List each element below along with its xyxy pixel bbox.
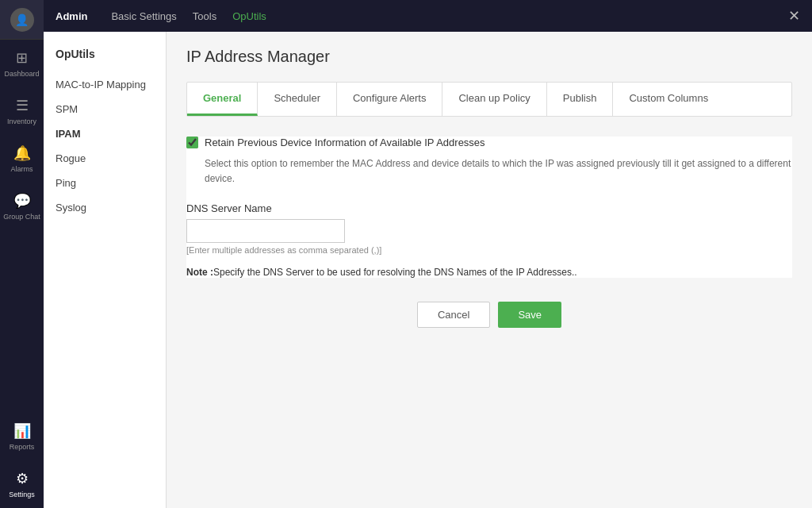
tab-scheduler[interactable]: Scheduler — [258, 83, 337, 116]
reports-icon: 📊 — [13, 422, 31, 440]
content-area: IP Address Manager General Scheduler Con… — [167, 32, 812, 508]
sec-sidebar-title: OpUtils — [44, 40, 166, 72]
sidebar-item-inventory[interactable]: ☰ Inventory — [0, 87, 44, 135]
secondary-sidebar: OpUtils MAC-to-IP Mapping SPM IPAM Rogue… — [44, 32, 167, 508]
retain-info-checkbox[interactable] — [186, 137, 198, 148]
retain-info-label: Retain Previous Device Information of Av… — [205, 137, 485, 148]
left-sidebar: 👤 ⊞ Dashboard ☰ Inventory 🔔 Alarms 💬 Gro… — [0, 0, 44, 508]
sidebar-item-settings[interactable]: ⚙ Settings — [0, 460, 44, 508]
page-title: IP Address Manager — [186, 48, 792, 66]
topbar-title: Admin — [56, 10, 87, 22]
sidebar-item-mac-to-ip[interactable]: MAC-to-IP Mapping — [44, 72, 166, 97]
avatar: 👤 — [0, 0, 44, 40]
tabs: General Scheduler Configure Alerts Clean… — [186, 82, 792, 117]
inventory-icon: ☰ — [16, 97, 29, 114]
sidebar-item-spm[interactable]: SPM — [44, 97, 166, 121]
button-row: Cancel Save — [186, 302, 792, 328]
close-icon[interactable]: ✕ — [788, 7, 800, 25]
dns-server-input[interactable] — [186, 219, 345, 243]
form-section: Retain Previous Device Information of Av… — [186, 137, 792, 278]
groupchat-label: Group Chat — [3, 213, 40, 221]
sidebar-item-rogue[interactable]: Rogue — [44, 146, 166, 171]
sidebar-item-groupchat[interactable]: 💬 Group Chat — [0, 183, 44, 230]
alarms-icon: 🔔 — [13, 144, 31, 162]
main-wrapper: OpUtils MAC-to-IP Mapping SPM IPAM Rogue… — [44, 32, 812, 508]
save-button[interactable]: Save — [498, 302, 561, 328]
inventory-label: Inventory — [7, 117, 36, 125]
settings-label: Settings — [9, 491, 35, 498]
topbar: Admin Basic Settings Tools OpUtils ✕ — [44, 0, 812, 32]
tab-configure-alerts[interactable]: Configure Alerts — [337, 83, 443, 116]
dns-note: Note :Specify the DNS Server to be used … — [186, 267, 792, 278]
topbar-nav-oputils[interactable]: OpUtils — [232, 10, 266, 22]
topbar-nav-tools[interactable]: Tools — [193, 10, 216, 22]
sidebar-item-alarms[interactable]: 🔔 Alarms — [0, 135, 44, 183]
sidebar-item-ping[interactable]: Ping — [44, 171, 166, 195]
sidebar-item-ipam[interactable]: IPAM — [44, 121, 166, 146]
retain-info-description: Select this option to remember the MAC A… — [205, 156, 792, 187]
groupchat-icon: 💬 — [13, 192, 31, 210]
avatar-circle: 👤 — [10, 8, 34, 32]
reports-label: Reports — [10, 443, 35, 451]
sidebar-item-dashboard[interactable]: ⊞ Dashboard — [0, 40, 44, 87]
sidebar-item-syslog[interactable]: Syslog — [44, 195, 166, 220]
dns-label: DNS Server Name — [186, 202, 792, 214]
retain-info-row: Retain Previous Device Information of Av… — [186, 137, 792, 148]
tab-custom-columns[interactable]: Custom Columns — [613, 83, 724, 116]
topbar-nav-basic-settings[interactable]: Basic Settings — [111, 10, 176, 22]
tab-general[interactable]: General — [187, 83, 258, 116]
dashboard-icon: ⊞ — [16, 49, 28, 67]
dns-input-hint: [Enter multiple addresses as comma separ… — [186, 245, 792, 255]
alarms-label: Alarms — [10, 165, 33, 173]
settings-icon: ⚙ — [16, 470, 29, 487]
dashboard-label: Dashboard — [4, 70, 39, 78]
tab-cleanup-policy[interactable]: Clean up Policy — [442, 83, 546, 116]
tab-publish[interactable]: Publish — [547, 83, 614, 116]
sidebar-item-reports[interactable]: 📊 Reports — [0, 413, 44, 460]
cancel-button[interactable]: Cancel — [417, 302, 490, 328]
